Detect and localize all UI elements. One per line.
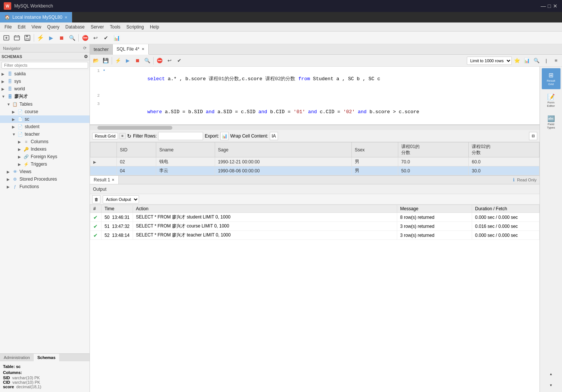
col-header-sname[interactable]: Sname: [156, 142, 215, 157]
minimize-button[interactable]: —: [540, 3, 546, 9]
sidebar-tab-schemas[interactable]: Schemas: [34, 354, 59, 361]
open-file-btn[interactable]: 📂: [91, 56, 100, 65]
output-row[interactable]: ✔ 52 13:48:14 SELECT * FROM 廖兴才 teacher …: [90, 231, 540, 240]
refresh-icon[interactable]: ⟳: [83, 46, 87, 51]
menu-edit[interactable]: Edit: [15, 24, 28, 30]
cell-score02-2[interactable]: 30.0: [469, 166, 540, 175]
tree-item-stored-procedures[interactable]: ▶ ⚙ Stored Procedures: [0, 175, 90, 183]
menu-query[interactable]: Query: [44, 24, 63, 30]
editor-tab-teacher[interactable]: teacher: [90, 44, 113, 55]
table-row[interactable]: 04 李云 1990-08-06 00:00:00 男 50.0 30.0: [90, 166, 540, 175]
menu-file[interactable]: File: [1, 24, 15, 30]
result-grid-panel-btn[interactable]: ⊞ ResultGrid: [542, 68, 561, 89]
sidebar-tab-administration[interactable]: Administration: [0, 354, 34, 361]
toolbar-stop[interactable]: ⏹: [57, 33, 66, 43]
col-header-sid[interactable]: SID: [117, 142, 156, 157]
scroll-up-btn[interactable]: ▲: [542, 369, 561, 379]
col-header-sage[interactable]: Sage: [215, 142, 351, 157]
toolbar-execute[interactable]: ⚡: [36, 33, 45, 43]
cell-sage-2[interactable]: 1990-08-06 00:00:00: [215, 166, 351, 175]
tree-item-columns[interactable]: ▶ ≡ Columns: [0, 138, 90, 145]
cell-sage-1[interactable]: 1990-12-21 00:00:00: [215, 157, 351, 166]
toolbar-save[interactable]: [22, 33, 32, 43]
cell-sid-2[interactable]: 04: [117, 166, 156, 175]
editor-tab-close[interactable]: ✕: [142, 47, 145, 51]
toggle-btn2[interactable]: ↩: [165, 56, 174, 65]
tree-item-sakila[interactable]: ▶ 🗄 sakila: [0, 70, 90, 78]
toolbar-refresh[interactable]: 🔍: [67, 33, 77, 43]
menu-scripting[interactable]: Scripting: [123, 24, 147, 30]
tree-item-triggers[interactable]: ▶ ⚡ Triggers: [0, 160, 90, 168]
schema-settings-icon[interactable]: ⚙: [84, 54, 88, 59]
format-btn[interactable]: |: [542, 56, 551, 65]
maximize-button[interactable]: □: [546, 3, 552, 9]
tree-item-foreign-keys[interactable]: ▶ 🔗 Foreign Keys: [0, 153, 90, 160]
clear-output-btn[interactable]: 🗑: [92, 195, 100, 203]
cell-ssex-1[interactable]: 男: [351, 157, 398, 166]
instance-tab[interactable]: 🏠 Local instance MySQL80 ✕: [0, 12, 72, 22]
inspect-btn[interactable]: 🔍: [532, 56, 541, 65]
toolbar-toggle-explain[interactable]: 📊: [112, 33, 121, 43]
tree-item-world[interactable]: ▶ 🗄 world: [0, 85, 90, 93]
menu-server[interactable]: Server: [88, 24, 107, 30]
filter-rows-input[interactable]: [158, 132, 203, 140]
search-btn[interactable]: 🔍: [143, 56, 152, 65]
instance-tab-close[interactable]: ✕: [64, 15, 67, 19]
autocommit-btn[interactable]: ✔: [175, 56, 184, 65]
cell-sname-1[interactable]: 钱电: [156, 157, 215, 166]
save-file-btn[interactable]: 💾: [101, 56, 110, 65]
tree-item-sc[interactable]: ▶ 📄 sc: [0, 115, 90, 123]
toolbar-commit[interactable]: ⛔: [80, 33, 90, 43]
toolbar-execute-current[interactable]: ▶: [46, 33, 56, 43]
refresh-result-icon[interactable]: ↻: [127, 133, 132, 139]
cell-score01-1[interactable]: 70.0: [398, 157, 469, 166]
col-header-ssex[interactable]: Ssex: [351, 142, 398, 157]
tree-item-course[interactable]: ▶ 📄 course: [0, 108, 90, 115]
output-row[interactable]: ✔ 51 13:47:32 SELECT * FROM 廖兴才 course L…: [90, 222, 540, 231]
toolbar-open[interactable]: [12, 33, 22, 43]
close-button[interactable]: ✕: [552, 3, 558, 9]
visual-explain-btn[interactable]: 📊: [522, 56, 531, 65]
tree-item-teacher[interactable]: ▼ 📄 teacher: [0, 130, 90, 138]
scroll-down-btn[interactable]: ▼: [542, 380, 561, 391]
schema-filter-input[interactable]: [1, 62, 88, 69]
cell-sname-2[interactable]: 李云: [156, 166, 215, 175]
tree-item-functions[interactable]: ▶ ƒ Functions: [0, 183, 90, 190]
field-types-panel-btn[interactable]: 🔤 FieldTypes: [542, 112, 561, 133]
cell-sid-1[interactable]: 02: [117, 157, 156, 166]
result-tab-close[interactable]: ✕: [112, 178, 115, 182]
editor-tab-sqlfile4[interactable]: SQL File 4* ✕: [113, 44, 149, 55]
result-grid-btn[interactable]: Result Grid: [92, 133, 118, 139]
tree-item-tables[interactable]: ▼ 📋 Tables: [0, 100, 90, 108]
schema-inspector-btn[interactable]: ≡: [552, 56, 561, 65]
form-editor-panel-btn[interactable]: 📝 FormEditor: [542, 90, 561, 111]
stop-btn[interactable]: ⏹: [133, 56, 142, 65]
toolbar-new-schema[interactable]: [1, 33, 11, 43]
grid-options-btn[interactable]: ≡: [120, 133, 126, 139]
wrap-btn[interactable]: IA: [270, 132, 278, 140]
tree-item-liaoxingcai[interactable]: ▼ 🗄 廖兴才: [0, 93, 90, 100]
execute-btn[interactable]: ⚡: [114, 56, 123, 65]
toolbar-autocommit[interactable]: ✔: [101, 33, 111, 43]
toggle-btn1[interactable]: ⛔: [155, 56, 164, 65]
col-header-score02[interactable]: 课程02的分数: [469, 142, 540, 157]
sql-horizontal-scrollbar[interactable]: [90, 125, 540, 130]
tree-item-student[interactable]: ▶ 📄 student: [0, 123, 90, 130]
scrollbar-thumb[interactable]: [97, 126, 172, 130]
execute-selection-btn[interactable]: ▶: [123, 56, 132, 65]
output-row[interactable]: ✔ 50 13:46:31 SELECT * FROM 廖兴才 student …: [90, 213, 540, 222]
export-btn[interactable]: 📊: [220, 132, 229, 140]
col-header-score01[interactable]: 课程01的分数: [398, 142, 469, 157]
toolbar-rollback[interactable]: ↩: [91, 33, 100, 43]
menu-help[interactable]: Help: [147, 24, 162, 30]
tree-item-sys[interactable]: ▶ 🗄 sys: [0, 78, 90, 85]
action-output-select[interactable]: Action Output: [103, 195, 139, 203]
explain-btn[interactable]: ⭐: [513, 56, 522, 65]
toggle-result-panel-btn[interactable]: ⊟: [529, 132, 537, 140]
tree-item-indexes[interactable]: ▶ 🔑 Indexes: [0, 145, 90, 153]
cell-score02-1[interactable]: 60.0: [469, 157, 540, 166]
tree-item-views[interactable]: ▶ 👁 Views: [0, 168, 90, 175]
cell-score01-2[interactable]: 50.0: [398, 166, 469, 175]
cell-ssex-2[interactable]: 男: [351, 166, 398, 175]
result-tab-1[interactable]: Result 1 ✕: [90, 176, 119, 184]
